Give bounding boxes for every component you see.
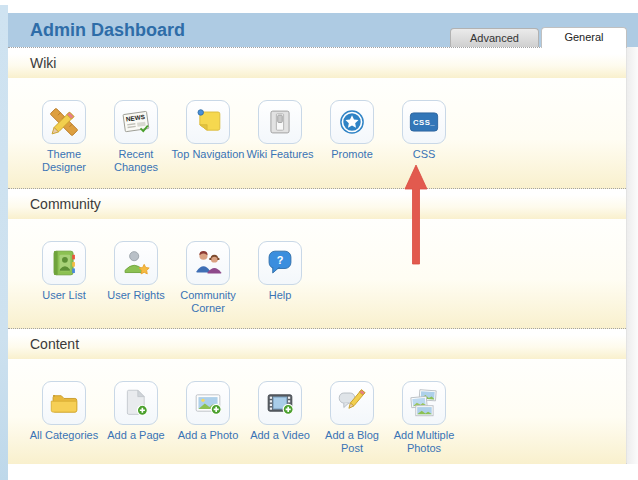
- item-label[interactable]: User List: [27, 289, 102, 302]
- css-icon[interactable]: CSS_: [402, 100, 446, 144]
- item-add-a-page[interactable]: Add a Page: [100, 381, 172, 442]
- user-list-icon[interactable]: [42, 241, 86, 285]
- section-wiki: Wiki Theme D: [8, 47, 626, 188]
- item-label[interactable]: Add Multiple Photos: [387, 429, 462, 455]
- item-help[interactable]: ? Help: [244, 241, 316, 302]
- section-body-content: All Categories Add a Page: [8, 359, 626, 464]
- top-navigation-icon[interactable]: [186, 100, 230, 144]
- item-theme-designer[interactable]: Theme Designer: [28, 100, 100, 174]
- item-label[interactable]: Promote: [315, 148, 390, 161]
- add-a-blog-post-icon[interactable]: [330, 381, 374, 425]
- section-title-content: Content: [8, 329, 626, 359]
- svg-text:?: ?: [277, 254, 284, 266]
- community-corner-icon[interactable]: [186, 241, 230, 285]
- item-label[interactable]: Add a Photo: [171, 429, 246, 442]
- item-wiki-features[interactable]: Wiki Features: [244, 100, 316, 161]
- wiki-features-icon[interactable]: [258, 100, 302, 144]
- item-label[interactable]: Top Navigation: [171, 148, 246, 161]
- item-label[interactable]: Add a Blog Post: [315, 429, 390, 455]
- item-label[interactable]: CSS: [387, 148, 462, 161]
- tab-advanced[interactable]: Advanced: [450, 28, 539, 47]
- add-a-page-icon[interactable]: [114, 381, 158, 425]
- section-body-community: User List User Rights: [8, 219, 626, 329]
- item-add-multiple-photos[interactable]: Add Multiple Photos: [388, 381, 460, 455]
- page-right-margin: [627, 47, 638, 464]
- item-label[interactable]: Theme Designer: [27, 148, 102, 174]
- recent-changes-icon[interactable]: NEWS: [114, 100, 158, 144]
- section-title-community: Community: [8, 189, 626, 219]
- item-css[interactable]: CSS_ CSS: [388, 100, 460, 161]
- help-icon[interactable]: ?: [258, 241, 302, 285]
- item-label[interactable]: Add a Video: [243, 429, 318, 442]
- theme-designer-icon[interactable]: [42, 100, 86, 144]
- item-add-a-video[interactable]: Add a Video: [244, 381, 316, 442]
- item-label[interactable]: Add a Page: [99, 429, 174, 442]
- item-community-corner[interactable]: Community Corner: [172, 241, 244, 315]
- page-left-strip: [0, 5, 8, 480]
- section-content: Content All Categories: [8, 328, 626, 464]
- all-categories-icon[interactable]: [42, 381, 86, 425]
- item-add-a-photo[interactable]: Add a Photo: [172, 381, 244, 442]
- item-label[interactable]: Help: [243, 289, 318, 302]
- item-all-categories[interactable]: All Categories: [28, 381, 100, 442]
- section-title-wiki: Wiki: [8, 48, 626, 78]
- tab-general[interactable]: General: [541, 27, 627, 48]
- add-a-photo-icon[interactable]: [186, 381, 230, 425]
- page-title: Admin Dashboard: [30, 13, 185, 47]
- item-label[interactable]: Recent Changes: [99, 148, 174, 174]
- annotation-arrow-icon: [404, 164, 428, 266]
- add-a-video-icon[interactable]: [258, 381, 302, 425]
- svg-text:CSS_: CSS_: [413, 118, 435, 127]
- user-rights-icon[interactable]: [114, 241, 158, 285]
- item-user-list[interactable]: User List: [28, 241, 100, 302]
- item-label[interactable]: Community Corner: [171, 289, 246, 315]
- item-add-a-blog-post[interactable]: Add a Blog Post: [316, 381, 388, 455]
- dashboard-panel: Wiki Theme D: [8, 47, 627, 464]
- item-label[interactable]: Wiki Features: [243, 148, 318, 161]
- section-body-wiki: Theme Designer NEWS Rece: [8, 78, 626, 189]
- item-label[interactable]: All Categories: [27, 429, 102, 442]
- item-promote[interactable]: Promote: [316, 100, 388, 161]
- add-multiple-photos-icon[interactable]: [402, 381, 446, 425]
- section-community: Community User List: [8, 188, 626, 328]
- item-label[interactable]: User Rights: [99, 289, 174, 302]
- item-user-rights[interactable]: User Rights: [100, 241, 172, 302]
- promote-icon[interactable]: [330, 100, 374, 144]
- item-top-navigation[interactable]: Top Navigation: [172, 100, 244, 161]
- item-recent-changes[interactable]: NEWS Recent Changes: [100, 100, 172, 174]
